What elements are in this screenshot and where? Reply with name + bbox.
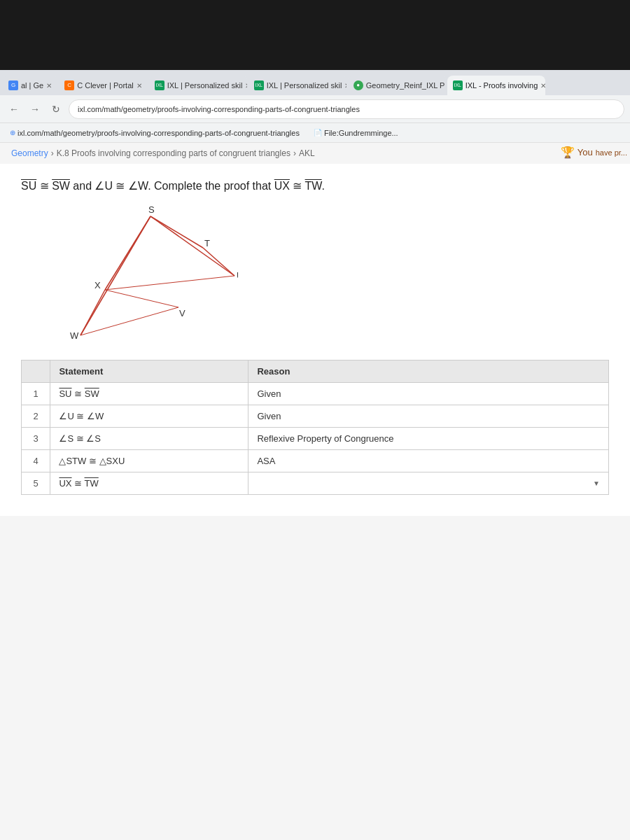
tab-close-1[interactable]: ✕: [46, 82, 52, 90]
diagram-svg: S T U X V W: [42, 206, 238, 346]
row-num-3: 3: [22, 428, 50, 450]
vertex-s: S: [148, 206, 155, 215]
address-text: ixl.com/math/geometry/proofs-involving-c…: [78, 105, 360, 113]
tab-al-ge[interactable]: G al | Ge ✕: [3, 76, 57, 95]
table-row: 1 SU ≅ SW Given: [22, 383, 609, 405]
tab-label-2: C Clever | Portal: [77, 81, 134, 90]
tab-label-4: IXL | Personalized skil: [267, 81, 342, 90]
bookmark-file[interactable]: 📄 File:Gundremminge...: [309, 127, 402, 139]
reason-4: ASA: [248, 450, 609, 472]
svg-line-7: [105, 290, 178, 307]
tab-label-5: Geometry_Reinf_IXL P: [366, 81, 445, 90]
ux-overline: UX: [274, 180, 290, 192]
toolbar: ← → ↻ ixl.com/math/geometry/proofs-invol…: [0, 95, 630, 123]
statement-5: UX ≅ TW: [50, 472, 248, 495]
col-num-header: [22, 360, 50, 383]
bookmark-label-1: ixl.com/math/geometry/proofs-involving-c…: [18, 129, 300, 137]
diagram-container: S T U X V W: [42, 206, 238, 346]
tab-close-4[interactable]: ✕: [344, 82, 346, 90]
vertex-x: X: [94, 280, 101, 290]
reason-5-cell[interactable]: ▼: [248, 472, 609, 495]
tab-favicon-6: IXL: [453, 80, 463, 90]
su-overline: SU: [21, 180, 36, 192]
row-num-5: 5: [22, 472, 50, 495]
table-row: 3 ∠S ≅ ∠S Reflexive Property of Congruen…: [22, 428, 609, 450]
back-button[interactable]: ←: [6, 101, 22, 118]
you-suffix: have pr...: [596, 148, 627, 157]
tab-close-2[interactable]: ✕: [136, 82, 142, 90]
bookmark-label-2: File:Gundremminge...: [324, 129, 398, 137]
tab-favicon-5: ●: [354, 80, 363, 90]
tab-ixl-2[interactable]: IXL IXL | Personalized skil ✕: [248, 76, 346, 95]
address-bar[interactable]: ixl.com/math/geometry/proofs-involving-c…: [69, 99, 624, 119]
proof-table: Statement Reason 1 SU ≅ SW Given 2 ∠U: [21, 360, 609, 495]
vertex-v: V: [179, 308, 186, 318]
svg-line-8: [80, 307, 178, 335]
browser-window: G al | Ge ✕ C C Clever | Portal ✕ IXL IX…: [0, 70, 630, 840]
bookmark-icon-1: ⊕: [10, 129, 15, 136]
you-label: You: [578, 147, 593, 158]
vertex-w: W: [70, 330, 79, 341]
tab-label-3: IXL | Personalized skil: [167, 81, 243, 90]
tab-ixl-1[interactable]: IXL IXL | Personalized skil ✕: [149, 76, 247, 95]
breadcrumb-sep-1: ›: [51, 148, 54, 158]
breadcrumb-akl: AKL: [299, 148, 315, 158]
tab-favicon-3: IXL: [155, 80, 164, 90]
table-row: 2 ∠U ≅ ∠W Given: [22, 405, 609, 428]
dropdown-arrow-5[interactable]: ▼: [593, 479, 600, 487]
tw-overline: TW: [305, 180, 322, 192]
trophy-icon: 🏆: [561, 146, 575, 159]
statement-1: SU ≅ SW: [50, 383, 248, 405]
table-row: 5 UX ≅ TW ▼: [22, 472, 609, 495]
tab-favicon-2: C: [64, 80, 74, 90]
tab-label-1: al | Ge: [21, 81, 43, 90]
breadcrumb-k8: K.8 Proofs involving corresponding parts…: [57, 148, 290, 158]
svg-line-2: [80, 216, 150, 335]
reason-3: Reflexive Property of Congruence: [248, 428, 609, 450]
tab-geometry-reinf[interactable]: ● Geometry_Reinf_IXL P ✕: [348, 76, 446, 95]
breadcrumb-sep-2: ›: [293, 148, 296, 158]
tab-close-3[interactable]: ✕: [245, 82, 246, 90]
statement-2: ∠U ≅ ∠W: [50, 405, 248, 428]
you-badge: 🏆 You have pr...: [561, 146, 627, 159]
bookmark-ixl[interactable]: ⊕ ixl.com/math/geometry/proofs-involving…: [6, 127, 304, 139]
row-num-2: 2: [22, 405, 50, 428]
refresh-button[interactable]: ↻: [48, 101, 64, 118]
given-text: SU ≅ SW and ∠U ≅ ∠W. Complete the proof …: [21, 180, 325, 192]
problem-title: SU ≅ SW and ∠U ≅ ∠W. Complete the proof …: [21, 178, 609, 195]
tab-clever[interactable]: C C Clever | Portal ✕: [59, 76, 148, 95]
bookmark-icon-2: 📄: [314, 129, 322, 136]
problem-container: SU ≅ SW and ∠U ≅ ∠W. Complete the proof …: [0, 164, 630, 516]
tab-ixl-proofs[interactable]: IXL IXL - Proofs involving ✕: [447, 76, 545, 95]
statement-4: △STW ≅ △SXU: [50, 450, 248, 472]
breadcrumb-geometry[interactable]: Geometry: [11, 148, 48, 158]
tab-close-6[interactable]: ✕: [540, 82, 545, 90]
forward-button[interactable]: →: [27, 101, 43, 118]
col-reason-header: Reason: [248, 360, 609, 383]
tab-bar: G al | Ge ✕ C C Clever | Portal ✕ IXL IX…: [0, 70, 630, 95]
tab-favicon-4: IXL: [254, 80, 264, 90]
svg-line-3: [150, 216, 203, 248]
reason-5-input[interactable]: [257, 478, 593, 489]
sw-overline: SW: [52, 180, 70, 192]
bookmarks-bar: ⊕ ixl.com/math/geometry/proofs-involving…: [0, 123, 630, 143]
vertex-u: U: [237, 270, 238, 281]
reason-5-dropdown[interactable]: ▼: [257, 478, 600, 489]
tab-favicon-1: G: [8, 80, 18, 90]
page-content: 🏆 You have pr... Geometry › K.8 Proofs i…: [0, 143, 630, 840]
breadcrumb: Geometry › K.8 Proofs involving correspo…: [0, 143, 630, 164]
reason-1: Given: [248, 383, 609, 405]
reason-2: Given: [248, 405, 609, 428]
svg-line-5: [150, 216, 234, 276]
svg-line-4: [203, 248, 234, 276]
row-num-4: 4: [22, 450, 50, 472]
table-row: 4 △STW ≅ △SXU ASA: [22, 450, 609, 472]
vertex-t: T: [204, 238, 210, 248]
svg-line-6: [105, 276, 234, 290]
statement-3: ∠S ≅ ∠S: [50, 428, 248, 450]
row-num-1: 1: [22, 383, 50, 405]
col-statement-header: Statement: [50, 360, 248, 383]
tab-label-6: IXL - Proofs involving: [465, 81, 538, 90]
